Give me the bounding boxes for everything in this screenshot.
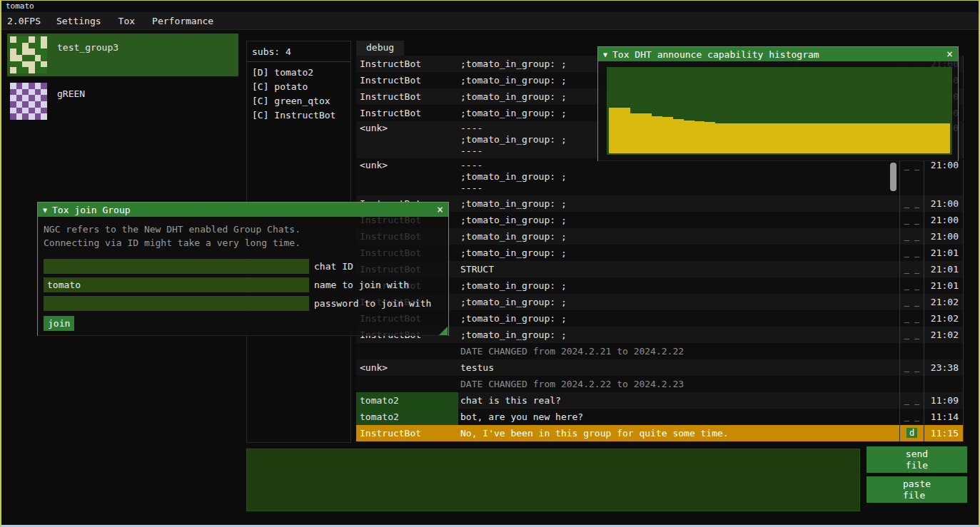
message-timestamp: 21:00 (924, 228, 964, 245)
message-flags: _ _ (899, 212, 924, 228)
menu-settings[interactable]: Settings (48, 14, 110, 29)
message-sender: tomato2 (356, 409, 458, 425)
message-text: ;tomato_in_group: ; (458, 310, 899, 327)
chat-id-input[interactable] (44, 259, 309, 274)
message-row[interactable]: <unk> ---- ;tomato_in_group: ; ---- _ _ … (356, 158, 964, 195)
message-row[interactable]: tomato2 chat is this real? _ _ 11:09 (356, 392, 964, 409)
message-timestamp: 21:02 (924, 327, 964, 343)
message-text: chat is this real? (458, 392, 899, 409)
message-sender: tomato2 (356, 392, 458, 409)
resize-grip[interactable] (439, 327, 448, 335)
message-flags: _ _ (899, 359, 924, 376)
menu-performance[interactable]: Performance (143, 14, 222, 29)
subs-item-potato[interactable]: [C] potato (247, 80, 350, 94)
message-flags: _ _ (899, 310, 924, 327)
separator (247, 61, 350, 62)
join-password-input[interactable] (44, 296, 309, 311)
join-group-title: Tox join Group (52, 205, 131, 215)
delivery-flag: _ _ (904, 198, 920, 208)
collapse-arrow-icon[interactable]: ▼ (603, 51, 607, 58)
window-title: tomato (6, 1, 34, 11)
message-sender (356, 343, 458, 359)
subs-item-green-qtox[interactable]: [C] green_qtox (247, 94, 350, 108)
message-timestamp (924, 376, 964, 392)
subs-item-tomato2[interactable]: [D] tomato2 (247, 66, 350, 80)
message-row[interactable]: tomato2 bot, are you new here? _ _ 11:14 (356, 409, 964, 425)
delivery-flag: _ _ (904, 411, 920, 421)
message-sender: InstructBot (356, 425, 458, 441)
contact-list: test_group3 gREEN (7, 34, 238, 126)
message-flags: _ _ (899, 261, 924, 277)
message-input[interactable] (246, 449, 860, 511)
message-sender: <unk> (356, 160, 458, 195)
message-flags: _ _ (899, 160, 924, 195)
join-name-label: name to join with (314, 280, 409, 290)
collapse-arrow-icon[interactable]: ▼ (43, 206, 47, 214)
message-text: No, I've been in this group for quite so… (458, 425, 899, 441)
message-row[interactable]: <unk> testus _ _ 23:38 (356, 359, 964, 376)
message-timestamp: 11:14 (924, 409, 964, 425)
message-flags: d (899, 425, 924, 441)
join-button[interactable]: join (44, 316, 74, 331)
delivery-flag: _ _ (904, 329, 920, 339)
message-text: ;tomato_in_group: ; (458, 277, 899, 294)
message-text: DATE CHANGED from 2024.2.21 to 2024.2.22 (458, 343, 899, 359)
app-window: tomato 2.0FPS Settings Tox Performance t… (0, 0, 980, 527)
message-row[interactable]: DATE CHANGED from 2024.2.22 to 2024.2.23 (356, 376, 964, 392)
message-flags: _ _ (899, 245, 924, 261)
dht-histogram-body (598, 61, 958, 161)
dht-histogram-plot (607, 67, 952, 155)
menu-bar: 2.0FPS Settings Tox Performance (1, 12, 979, 30)
message-text: bot, are you new here? (458, 409, 899, 425)
send-file-button[interactable]: send file (867, 446, 967, 473)
message-sender: InstructBot (356, 56, 458, 72)
tab-debug[interactable]: debug (356, 41, 404, 56)
delivery-flag: _ _ (904, 280, 920, 290)
message-flags: _ _ (899, 327, 924, 343)
ngc-description-line1: NGC refers to the New DHT enabled Group … (44, 222, 443, 236)
message-text: ---- ;tomato_in_group: ; ---- (458, 160, 899, 195)
contact-item-green[interactable]: gREEN (7, 80, 238, 123)
message-row[interactable]: DATE CHANGED from 2024.2.21 to 2024.2.22 (356, 343, 964, 359)
message-sender (356, 376, 458, 392)
join-password-label: password to join with (314, 298, 431, 309)
message-sender: InstructBot (356, 72, 458, 88)
message-row[interactable]: InstructBot No, I've been in this group … (356, 425, 964, 441)
message-sender: <unk> (356, 359, 458, 376)
group-avatar (10, 83, 47, 120)
delivery-flag: _ _ (904, 395, 920, 405)
message-sender: InstructBot (356, 105, 458, 121)
message-timestamp: 23:38 (924, 359, 964, 376)
message-flags: _ _ (899, 195, 924, 212)
message-timestamp: 11:09 (924, 392, 964, 409)
subs-item-instructbot[interactable]: [C] InstructBot (247, 108, 350, 123)
message-flags: _ _ (899, 277, 924, 294)
join-name-input[interactable] (44, 277, 309, 292)
fps-menu[interactable]: 2.0FPS (1, 14, 48, 29)
message-timestamp: 21:01 (924, 245, 964, 261)
message-scrollbar-thumb[interactable] (890, 163, 896, 191)
message-timestamp: 21:02 (924, 294, 964, 310)
delivery-flag: _ _ (904, 362, 920, 372)
message-text: STRUCT (458, 261, 899, 277)
contact-name: test_group3 (57, 42, 118, 53)
delivery-flag: _ _ (904, 264, 920, 274)
window-titlebar: tomato (1, 1, 979, 12)
message-text: ;tomato_in_group: ; (458, 245, 899, 261)
menu-tox[interactable]: Tox (110, 14, 143, 29)
message-text: ;tomato_in_group: ; (458, 212, 899, 228)
close-icon[interactable]: × (437, 203, 443, 216)
message-flags: _ _ (899, 392, 924, 409)
close-icon[interactable]: × (946, 48, 953, 61)
contact-name: gREEN (57, 88, 85, 99)
message-timestamp (924, 343, 964, 359)
delivery-flag: d (906, 428, 917, 438)
message-flags: _ _ (899, 228, 924, 245)
message-timestamp: 21:02 (924, 310, 964, 327)
contact-item-test-group3[interactable]: test_group3 (7, 34, 238, 76)
dht-histogram-title: Tox DHT announce capability histogram (612, 49, 819, 60)
message-text: ;tomato_in_group: ; (458, 327, 899, 343)
ngc-description-line2: Connecting via ID might take a very long… (44, 236, 443, 250)
subs-count-label: subs: 4 (247, 41, 350, 61)
paste-file-button[interactable]: paste file (867, 476, 967, 503)
